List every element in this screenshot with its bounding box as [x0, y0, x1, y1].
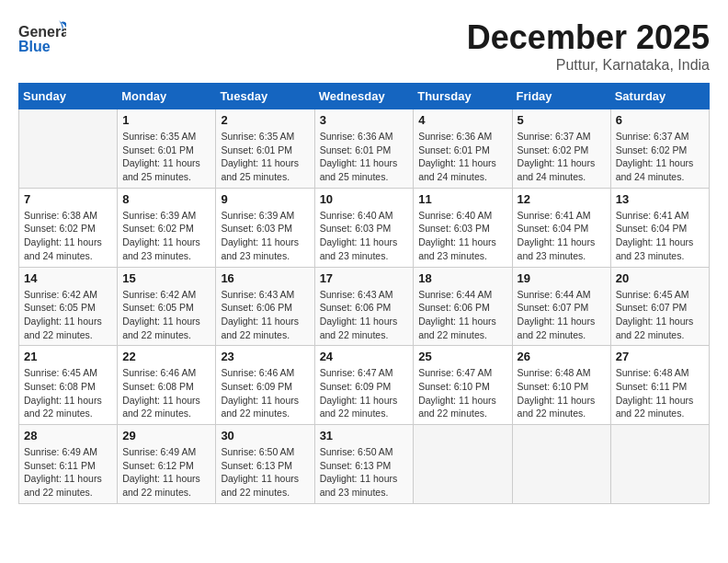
day-number: 23 — [221, 350, 309, 363]
day-info: Sunrise: 6:46 AM Sunset: 6:09 PM Dayligh… — [221, 366, 309, 420]
calendar-cell — [414, 425, 512, 504]
day-number: 28 — [24, 429, 112, 442]
day-info: Sunrise: 6:37 AM Sunset: 6:02 PM Dayligh… — [518, 130, 606, 184]
calendar-cell: 19Sunrise: 6:44 AM Sunset: 6:07 PM Dayli… — [512, 267, 610, 346]
day-number: 21 — [24, 350, 112, 363]
calendar-cell: 25Sunrise: 6:47 AM Sunset: 6:10 PM Dayli… — [414, 346, 512, 425]
day-number: 19 — [518, 271, 606, 285]
day-of-week-header: Thursday — [414, 84, 512, 109]
svg-text:Blue: Blue — [18, 39, 51, 54]
calendar-cell: 21Sunrise: 6:45 AM Sunset: 6:08 PM Dayli… — [19, 346, 118, 425]
day-info: Sunrise: 6:49 AM Sunset: 6:12 PM Dayligh… — [122, 445, 210, 500]
calendar-cell — [19, 109, 118, 189]
calendar-cell: 2Sunrise: 6:35 AM Sunset: 6:01 PM Daylig… — [216, 109, 314, 189]
day-of-week-header: Saturday — [610, 84, 709, 109]
calendar-cell: 26Sunrise: 6:48 AM Sunset: 6:10 PM Dayli… — [512, 346, 610, 425]
calendar-cell: 3Sunrise: 6:36 AM Sunset: 6:01 PM Daylig… — [314, 109, 414, 189]
calendar-cell: 29Sunrise: 6:49 AM Sunset: 6:12 PM Dayli… — [118, 425, 216, 504]
calendar-cell: 14Sunrise: 6:42 AM Sunset: 6:05 PM Dayli… — [19, 267, 118, 346]
day-info: Sunrise: 6:49 AM Sunset: 6:11 PM Dayligh… — [24, 445, 112, 500]
day-info: Sunrise: 6:39 AM Sunset: 6:03 PM Dayligh… — [221, 209, 309, 263]
day-info: Sunrise: 6:41 AM Sunset: 6:04 PM Dayligh… — [518, 209, 606, 263]
calendar-cell: 10Sunrise: 6:40 AM Sunset: 6:03 PM Dayli… — [314, 188, 414, 267]
day-number: 1 — [122, 113, 210, 127]
day-info: Sunrise: 6:41 AM Sunset: 6:04 PM Dayligh… — [616, 209, 704, 263]
day-info: Sunrise: 6:38 AM Sunset: 6:02 PM Dayligh… — [24, 209, 112, 263]
calendar-cell: 4Sunrise: 6:36 AM Sunset: 6:01 PM Daylig… — [414, 109, 512, 189]
calendar-cell: 30Sunrise: 6:50 AM Sunset: 6:13 PM Dayli… — [216, 425, 314, 504]
calendar-cell: 9Sunrise: 6:39 AM Sunset: 6:03 PM Daylig… — [216, 188, 314, 267]
day-number: 11 — [418, 192, 506, 206]
day-info: Sunrise: 6:42 AM Sunset: 6:05 PM Dayligh… — [24, 288, 112, 342]
day-info: Sunrise: 6:35 AM Sunset: 6:01 PM Dayligh… — [221, 130, 309, 184]
calendar-cell: 31Sunrise: 6:50 AM Sunset: 6:13 PM Dayli… — [314, 425, 414, 504]
day-number: 13 — [616, 192, 704, 206]
day-number: 26 — [518, 350, 606, 363]
calendar-cell: 6Sunrise: 6:37 AM Sunset: 6:02 PM Daylig… — [610, 109, 709, 189]
calendar-body: 1Sunrise: 6:35 AM Sunset: 6:01 PM Daylig… — [19, 109, 710, 504]
day-number: 30 — [221, 429, 309, 442]
day-number: 6 — [616, 113, 704, 127]
calendar-cell: 7Sunrise: 6:38 AM Sunset: 6:02 PM Daylig… — [19, 188, 118, 267]
title-area: December 2025 Puttur, Karnataka, India — [467, 18, 710, 74]
day-info: Sunrise: 6:39 AM Sunset: 6:02 PM Dayligh… — [122, 209, 210, 263]
calendar-header-row: SundayMondayTuesdayWednesdayThursdayFrid… — [19, 84, 710, 109]
day-number: 29 — [122, 429, 210, 442]
day-info: Sunrise: 6:44 AM Sunset: 6:06 PM Dayligh… — [418, 288, 506, 342]
calendar-cell: 12Sunrise: 6:41 AM Sunset: 6:04 PM Dayli… — [512, 188, 610, 267]
calendar-table: SundayMondayTuesdayWednesdayThursdayFrid… — [18, 83, 710, 504]
day-number: 17 — [320, 271, 409, 285]
day-number: 12 — [518, 192, 606, 206]
day-number: 5 — [518, 113, 606, 127]
day-info: Sunrise: 6:44 AM Sunset: 6:07 PM Dayligh… — [518, 288, 606, 342]
day-of-week-header: Sunday — [19, 84, 118, 109]
calendar-cell: 18Sunrise: 6:44 AM Sunset: 6:06 PM Dayli… — [414, 267, 512, 346]
day-number: 14 — [24, 271, 112, 285]
day-number: 25 — [418, 350, 506, 363]
day-number: 24 — [320, 350, 409, 363]
svg-text:General: General — [18, 24, 66, 40]
day-info: Sunrise: 6:45 AM Sunset: 6:07 PM Dayligh… — [616, 288, 704, 342]
day-number: 2 — [221, 113, 309, 127]
calendar-week-row: 14Sunrise: 6:42 AM Sunset: 6:05 PM Dayli… — [19, 267, 710, 346]
calendar-cell: 1Sunrise: 6:35 AM Sunset: 6:01 PM Daylig… — [118, 109, 216, 189]
logo: General Blue — [18, 18, 66, 59]
calendar-cell: 27Sunrise: 6:48 AM Sunset: 6:11 PM Dayli… — [610, 346, 709, 425]
day-info: Sunrise: 6:35 AM Sunset: 6:01 PM Dayligh… — [122, 130, 210, 184]
day-number: 7 — [24, 192, 112, 206]
day-info: Sunrise: 6:36 AM Sunset: 6:01 PM Dayligh… — [320, 130, 409, 184]
day-number: 22 — [122, 350, 210, 363]
calendar-week-row: 21Sunrise: 6:45 AM Sunset: 6:08 PM Dayli… — [19, 346, 710, 425]
calendar-cell: 16Sunrise: 6:43 AM Sunset: 6:06 PM Dayli… — [216, 267, 314, 346]
calendar-cell: 23Sunrise: 6:46 AM Sunset: 6:09 PM Dayli… — [216, 346, 314, 425]
day-number: 15 — [122, 271, 210, 285]
calendar-cell: 5Sunrise: 6:37 AM Sunset: 6:02 PM Daylig… — [512, 109, 610, 189]
location-title: Puttur, Karnataka, India — [467, 57, 710, 74]
day-info: Sunrise: 6:47 AM Sunset: 6:10 PM Dayligh… — [418, 366, 506, 420]
day-number: 16 — [221, 271, 309, 285]
day-number: 20 — [616, 271, 704, 285]
calendar-cell — [610, 425, 709, 504]
day-info: Sunrise: 6:40 AM Sunset: 6:03 PM Dayligh… — [418, 209, 506, 263]
calendar-week-row: 28Sunrise: 6:49 AM Sunset: 6:11 PM Dayli… — [19, 425, 710, 504]
day-info: Sunrise: 6:36 AM Sunset: 6:01 PM Dayligh… — [418, 130, 506, 184]
day-of-week-header: Wednesday — [314, 84, 414, 109]
day-number: 9 — [221, 192, 309, 206]
day-info: Sunrise: 6:45 AM Sunset: 6:08 PM Dayligh… — [24, 366, 112, 420]
header: General Blue December 2025 Puttur, Karna… — [18, 18, 710, 74]
day-number: 10 — [320, 192, 409, 206]
day-info: Sunrise: 6:37 AM Sunset: 6:02 PM Dayligh… — [616, 130, 704, 184]
day-info: Sunrise: 6:47 AM Sunset: 6:09 PM Dayligh… — [320, 366, 409, 420]
day-of-week-header: Friday — [512, 84, 610, 109]
day-number: 4 — [418, 113, 506, 127]
day-number: 18 — [418, 271, 506, 285]
logo-icon: General Blue — [18, 18, 66, 59]
day-info: Sunrise: 6:46 AM Sunset: 6:08 PM Dayligh… — [122, 366, 210, 420]
calendar-cell: 22Sunrise: 6:46 AM Sunset: 6:08 PM Dayli… — [118, 346, 216, 425]
calendar-cell: 17Sunrise: 6:43 AM Sunset: 6:06 PM Dayli… — [314, 267, 414, 346]
calendar-cell: 24Sunrise: 6:47 AM Sunset: 6:09 PM Dayli… — [314, 346, 414, 425]
calendar-cell — [512, 425, 610, 504]
day-number: 3 — [320, 113, 409, 127]
day-info: Sunrise: 6:43 AM Sunset: 6:06 PM Dayligh… — [221, 288, 309, 342]
day-number: 31 — [320, 429, 409, 442]
